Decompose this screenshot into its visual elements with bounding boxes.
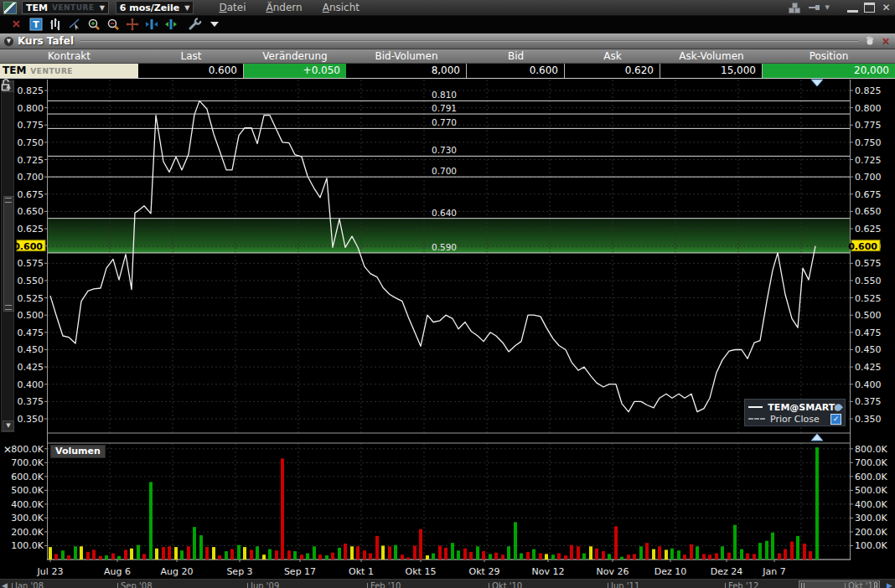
chart-toolbar: T (0, 16, 895, 34)
compress-out-icon[interactable] (143, 17, 160, 32)
reference-lines: 0.8100.7910.7700.7300.7000.6400.590 (48, 90, 850, 253)
time-marker-bottom[interactable] (811, 434, 823, 441)
svg-text:0.600: 0.600 (13, 241, 43, 252)
cell-kontrakt[interactable]: TEMVENTURE (0, 64, 138, 78)
column-header-position[interactable]: Position (763, 49, 895, 63)
cell-bid[interactable]: 0.600 (467, 64, 565, 78)
bar-style-icon[interactable] (47, 17, 64, 32)
timeline-label: Jan '08 (12, 581, 44, 588)
pin-dropdown-icon[interactable]: ▼ (825, 4, 830, 11)
date-axis-labels[interactable]: Jul 23Aug 6Aug 20Sep 3Sep 17Okt 1Okt 15O… (37, 560, 786, 577)
svg-text:0.575: 0.575 (855, 258, 882, 269)
svg-text:0.600: 0.600 (855, 241, 882, 252)
symbol-combo[interactable]: TEM VENTURE ▼ (22, 1, 109, 14)
drag-hand-icon[interactable] (865, 36, 875, 46)
svg-text:0.450: 0.450 (18, 344, 44, 355)
svg-text:0.775: 0.775 (18, 120, 44, 131)
column-header-kontrakt[interactable]: Kontrakt (0, 49, 138, 63)
column-header-last[interactable]: Last (138, 49, 244, 63)
svg-text:700.0K: 700.0K (11, 457, 44, 468)
timeline-label: Okt '10 (489, 581, 522, 588)
column-header-bid[interactable]: Bid (467, 49, 565, 63)
svg-text:0.650: 0.650 (18, 206, 44, 217)
scroll-up-icon[interactable]: ▲ (3, 81, 14, 92)
app-icon (3, 2, 17, 14)
svg-text:0.750: 0.750 (18, 137, 44, 148)
price-axis-labels[interactable]: 0.8250.8250.8000.8000.7750.7750.7500.750… (18, 85, 882, 425)
pane-borders (47, 80, 851, 560)
zoom-in-icon[interactable] (85, 17, 102, 32)
symbol-combo-value: TEM (26, 3, 48, 13)
time-marker-top[interactable] (811, 80, 823, 86)
timeline-label: Feb '10 (367, 581, 401, 588)
svg-text:0.825: 0.825 (18, 85, 44, 96)
collapse-panel-icon[interactable]: ▼ (4, 37, 13, 46)
last-price-tag: 0.6000.600 (13, 240, 880, 252)
svg-text:0.700: 0.700 (432, 166, 457, 176)
price-line (50, 101, 815, 411)
svg-text:T: T (33, 19, 39, 30)
column-header-bid-volumen[interactable]: Bid-Volumen (346, 49, 467, 63)
time-scrollbar[interactable]: ◀ ▶ Jan '08Sep '08Jun '09Feb '10Okt '10J… (0, 579, 895, 588)
timeline-label: Feb '12 (725, 581, 758, 588)
chart-legend: TEM@SMART Prior Close ✓ (744, 399, 846, 426)
timeline-label: Jun '09 (247, 581, 279, 588)
close-chart-icon[interactable] (8, 17, 25, 32)
svg-text:600.0K: 600.0K (11, 472, 44, 482)
crosshair-icon[interactable] (124, 17, 141, 32)
svg-text:0.775: 0.775 (855, 120, 882, 131)
pin-icon[interactable] (809, 3, 822, 12)
cell-change[interactable]: +0.050 (244, 64, 346, 78)
svg-text:0.350: 0.350 (18, 414, 44, 425)
prior-close-checkbox[interactable]: ✓ (830, 414, 841, 425)
svg-text:0.500: 0.500 (855, 310, 882, 321)
svg-text:600.0K: 600.0K (855, 472, 887, 482)
cell-ask-volume[interactable]: 15,000 (660, 64, 763, 78)
period-combo[interactable]: 6 mos/Zeile ▼ (116, 1, 194, 14)
cell-position[interactable]: 20,000 (763, 64, 895, 78)
column-header-ask-volumen[interactable]: Ask-Volumen (660, 49, 763, 63)
column-header-ask[interactable]: Ask (565, 49, 660, 63)
timeline-label: Okt '12 (845, 581, 878, 588)
settings-wrench-icon[interactable] (187, 17, 204, 32)
titlebar-right: ▼ ✕ (789, 0, 892, 15)
menu-ndern[interactable]: Ändern (266, 2, 303, 13)
menu-ansicht[interactable]: Ansicht (323, 2, 360, 13)
svg-text:0.400: 0.400 (18, 379, 44, 390)
svg-text:0.375: 0.375 (855, 396, 882, 407)
svg-text:0.675: 0.675 (855, 189, 882, 200)
svg-text:0.750: 0.750 (855, 137, 882, 148)
svg-text:0.425: 0.425 (18, 362, 44, 373)
scroll-left-icon[interactable]: ◀ (2, 582, 8, 588)
price-scrollbar-thumb[interactable] (3, 196, 14, 312)
maximize-button[interactable] (864, 3, 875, 13)
scroll-right-icon[interactable]: ▶ (887, 582, 892, 588)
cell-ask[interactable]: 0.620 (565, 64, 660, 78)
volume-bars (49, 447, 819, 560)
menu-datei[interactable]: Datei (219, 2, 246, 13)
prior-close-swatch (748, 418, 765, 420)
panel-header: ▼ Kurs Tafel ✕ (0, 34, 895, 49)
svg-text:100.0K: 100.0K (11, 540, 44, 551)
svg-text:Sep 3: Sep 3 (226, 566, 252, 577)
volume-axis-labels[interactable]: 100.0K100.0K200.0K200.0K300.0K300.0K400.… (11, 444, 887, 552)
price-axis-scrollbar[interactable]: ▲ ▼ (1, 80, 14, 432)
scroll-down-icon[interactable]: ▼ (3, 420, 14, 431)
quote-table-header: KontraktLastVeränderungBid-VolumenBidAsk… (0, 49, 895, 64)
volume-close-icon[interactable]: ✕ (3, 444, 12, 456)
column-header-veränderung[interactable]: Veränderung (244, 49, 346, 63)
period-combo-value: 6 mos/Zeile (120, 3, 180, 13)
more-dropdown-icon[interactable] (206, 17, 223, 32)
minimize-button[interactable] (847, 3, 858, 13)
zoom-out-icon[interactable] (105, 17, 122, 32)
cell-last[interactable]: 0.600 (138, 64, 244, 78)
compress-in-icon[interactable] (163, 17, 179, 32)
blocks-icon[interactable] (789, 3, 800, 13)
chart-region[interactable]: 0.8100.7910.7700.7300.7000.6400.5900.825… (0, 79, 895, 579)
close-button[interactable]: ✕ (881, 3, 892, 13)
panel-close-icon[interactable]: ✕ (882, 35, 890, 47)
svg-text:0.600: 0.600 (848, 241, 877, 252)
cell-bid-volume[interactable]: 8,000 (346, 64, 467, 78)
text-tool-icon[interactable]: T (28, 17, 44, 32)
trendline-tool-icon[interactable] (66, 17, 83, 32)
